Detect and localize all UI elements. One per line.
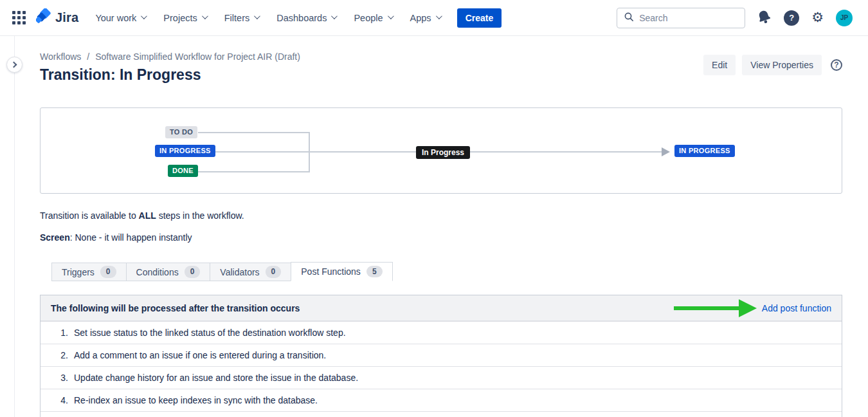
- annotation-arrow-icon: [674, 299, 757, 317]
- tab-count-badge: 0: [100, 266, 116, 277]
- jira-logo-icon: [36, 8, 51, 27]
- availability-text: Transition is available to ALL steps in …: [40, 210, 842, 221]
- connector-line: [198, 132, 309, 133]
- topbar-right-cluster: ? ⚙ JP: [617, 8, 853, 28]
- row-text: Add a comment to an issue if one is ente…: [74, 350, 326, 360]
- breadcrumb-separator: /: [87, 51, 89, 62]
- post-functions-header-row: The following will be processed after th…: [41, 295, 842, 321]
- row-number: 1.: [57, 328, 68, 338]
- status-lozenge-done: DONE: [168, 165, 198, 177]
- page-actions: Edit View Properties ?: [703, 55, 842, 75]
- jira-logo-text: Jira: [55, 10, 78, 25]
- connector-line: [209, 151, 309, 153]
- chevron-right-icon: [10, 62, 17, 68]
- nav-dashboards[interactable]: Dashboards: [276, 13, 336, 23]
- chevron-down-icon: [202, 13, 208, 19]
- transition-arrowhead-icon: [662, 147, 670, 156]
- post-function-row: 3. Update change history for an issue an…: [41, 366, 842, 389]
- transition-name-chip: In Progress: [416, 146, 470, 159]
- tab-validators[interactable]: Validators 0: [210, 263, 291, 281]
- nav-people[interactable]: People: [354, 13, 392, 23]
- chevron-down-icon: [436, 13, 442, 19]
- create-button[interactable]: Create: [457, 8, 502, 28]
- status-lozenge-in-progress: IN PROGRESS: [155, 145, 215, 157]
- post-functions-table: The following will be processed after th…: [40, 295, 842, 417]
- workflow-diagram: TO DO IN PROGRESS DONE In Progress IN PR…: [40, 107, 842, 194]
- chevron-down-icon: [141, 13, 147, 19]
- edit-button[interactable]: Edit: [703, 55, 736, 75]
- nav-filters[interactable]: Filters: [224, 13, 258, 23]
- page-help-icon[interactable]: ?: [831, 59, 842, 71]
- status-lozenge-todo: TO DO: [165, 126, 197, 138]
- search-icon: [624, 12, 634, 24]
- tab-triggers[interactable]: Triggers 0: [51, 263, 127, 281]
- top-navigation-bar: Jira Your work Projects Filters Dashboar…: [0, 0, 868, 36]
- expand-sidebar-button[interactable]: [6, 57, 23, 73]
- page-title: Transition: In Progress: [40, 66, 300, 84]
- tab-count-badge: 5: [366, 266, 383, 277]
- search-input[interactable]: [639, 13, 736, 23]
- post-function-row: 5. Fire a Generic Event event that can b…: [41, 411, 842, 417]
- view-properties-button[interactable]: View Properties: [742, 55, 822, 75]
- nav-your-work[interactable]: Your work: [95, 13, 145, 23]
- target-status-lozenge: IN PROGRESS: [674, 145, 735, 157]
- breadcrumb-workflow-name-link[interactable]: Software Simplified Workflow for Project…: [95, 51, 300, 62]
- chevron-down-icon: [254, 13, 260, 19]
- main-content: Workflows / Software Simplified Workflow…: [0, 36, 868, 417]
- breadcrumb: Workflows / Software Simplified Workflow…: [40, 51, 300, 62]
- post-functions-header-title: The following will be processed after th…: [51, 303, 300, 313]
- chevron-down-icon: [388, 13, 394, 19]
- jira-logo[interactable]: Jira: [36, 8, 78, 27]
- app-switcher-icon[interactable]: [10, 10, 27, 26]
- user-avatar[interactable]: JP: [836, 10, 853, 26]
- tab-post-functions[interactable]: Post Functions 5: [291, 262, 392, 281]
- primary-nav: Your work Projects Filters Dashboards Pe…: [95, 13, 440, 23]
- row-number: 3.: [57, 373, 68, 383]
- tab-count-badge: 0: [266, 266, 282, 277]
- breadcrumb-workflows-link[interactable]: Workflows: [40, 51, 81, 62]
- screen-text: Screen: None - it will happen instantly: [40, 232, 842, 243]
- row-number: 2.: [57, 350, 68, 360]
- row-number: 4.: [57, 395, 68, 405]
- tab-count-badge: 0: [185, 266, 201, 277]
- nav-apps[interactable]: Apps: [410, 13, 440, 23]
- add-post-function-link[interactable]: Add post function: [762, 303, 831, 313]
- row-text: Update change history for an issue and s…: [74, 373, 358, 383]
- connector-line: [195, 171, 309, 172]
- settings-gear-icon[interactable]: ⚙: [811, 11, 824, 24]
- row-text: Set issue status to the linked status of…: [74, 328, 346, 338]
- post-function-row: 2. Add a comment to an issue if one is e…: [41, 344, 842, 366]
- chevron-down-icon: [331, 13, 338, 19]
- help-icon[interactable]: ?: [784, 10, 799, 26]
- search-box[interactable]: [617, 8, 745, 28]
- transition-line: [309, 151, 663, 153]
- notifications-bell-icon[interactable]: [755, 8, 774, 28]
- row-text: Re-index an issue to keep indexes in syn…: [74, 395, 318, 405]
- nav-projects[interactable]: Projects: [163, 13, 206, 23]
- tab-conditions[interactable]: Conditions 0: [126, 263, 211, 281]
- post-function-row: 1. Set issue status to the linked status…: [41, 321, 842, 344]
- transition-tabs: Triggers 0 Conditions 0 Validators 0 Pos…: [51, 262, 842, 281]
- post-function-row: 4. Re-index an issue to keep indexes in …: [41, 389, 842, 411]
